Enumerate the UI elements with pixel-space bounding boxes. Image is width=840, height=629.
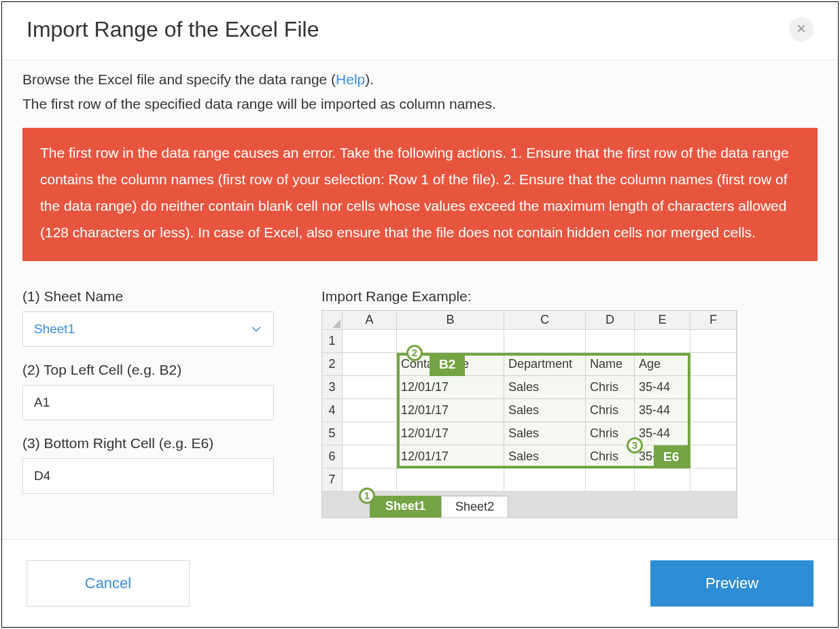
cell [504, 330, 586, 353]
cell [586, 330, 635, 353]
col-header-C: C [504, 311, 586, 330]
help-link[interactable]: Help [336, 71, 365, 87]
cell [343, 422, 397, 445]
dialog-title: Import Range of the Excel File [27, 17, 319, 42]
row-header: 6 [322, 445, 343, 469]
top-left-field: (2) Top Left Cell (e.g. B2) A1 [22, 362, 274, 420]
preview-button[interactable]: Preview [650, 560, 813, 607]
row-header: 5 [322, 422, 343, 445]
top-left-input[interactable]: A1 [22, 385, 274, 420]
cell [635, 330, 690, 353]
excel-header-row: A B C D E F [322, 311, 737, 330]
cell [343, 445, 397, 469]
cell [690, 399, 737, 422]
excel-row: 2 ContactDate Department Name Age [322, 353, 737, 376]
cell: 12/01/17 [397, 445, 504, 469]
sheet-name-select[interactable]: Sheet1 [22, 311, 274, 347]
excel-row: 6 12/01/17 Sales Chris 35-44 [322, 445, 737, 469]
cell: 35-44 [635, 399, 690, 422]
error-alert: The first row in the data range causes a… [22, 128, 818, 260]
cell: Sales [504, 422, 586, 445]
dialog-body[interactable]: Browse the Excel file and specify the da… [2, 60, 838, 539]
col-header-B: B [397, 311, 504, 330]
excel-corner [322, 311, 343, 330]
cell [690, 469, 737, 492]
row-header: 4 [322, 399, 343, 422]
cell [586, 469, 635, 492]
col-header-E: E [635, 311, 690, 330]
cell: Sales [504, 445, 586, 469]
intro-text: Browse the Excel file and specify the da… [22, 67, 818, 116]
cell [504, 469, 586, 492]
dialog-footer: Cancel Preview [2, 539, 838, 627]
cell [690, 330, 737, 353]
row-header: 1 [322, 330, 343, 353]
cell [343, 330, 397, 353]
intro-line1-pre: Browse the Excel file and specify the da… [22, 71, 336, 87]
cell [690, 445, 737, 469]
sheet-tab-2: Sheet2 [441, 496, 508, 517]
cell: Chris [586, 445, 635, 469]
cell: 35-44 [635, 376, 690, 399]
intro-line2: The first row of the specified data rang… [22, 96, 496, 112]
example-title: Import Range Example: [321, 288, 818, 305]
excel-row: 1 [322, 330, 737, 353]
row-header: 3 [322, 376, 343, 399]
cell: Chris [586, 422, 635, 445]
cell: 12/01/17 [397, 399, 504, 422]
form-column: (1) Sheet Name Sheet1 (2) Top Left Cell … [22, 288, 274, 509]
cell: Chris [586, 376, 635, 399]
cell [690, 422, 737, 445]
cell [397, 469, 504, 492]
bottom-right-input[interactable]: D4 [22, 458, 274, 494]
row-header: 7 [322, 469, 343, 492]
close-icon: × [797, 19, 806, 37]
col-header-F: F [690, 311, 737, 330]
cell: Name [586, 353, 635, 376]
excel-row: 5 12/01/17 Sales Chris 35-44 [322, 422, 737, 445]
excel-row: 4 12/01/17 Sales Chris 35-44 [322, 399, 737, 422]
cell: Chris [586, 399, 635, 422]
cell [343, 399, 397, 422]
cell [343, 376, 397, 399]
col-header-D: D [586, 311, 635, 330]
bottom-right-field: (3) Bottom Right Cell (e.g. E6) D4 [22, 435, 274, 494]
close-button[interactable]: × [789, 17, 813, 41]
top-left-value: A1 [34, 395, 50, 410]
intro-line1-post: ). [365, 71, 374, 87]
chevron-down-icon [250, 323, 262, 335]
content-row: (1) Sheet Name Sheet1 (2) Top Left Cell … [22, 288, 818, 518]
bottom-right-label: (3) Bottom Right Cell (e.g. E6) [22, 435, 274, 452]
sheet-tab-1: Sheet1 [370, 496, 441, 517]
cancel-button[interactable]: Cancel [27, 560, 190, 607]
import-range-dialog: Import Range of the Excel File × Browse … [1, 1, 839, 628]
cell [343, 469, 397, 492]
sheet-name-label: (1) Sheet Name [22, 288, 274, 305]
col-header-A: A [343, 311, 397, 330]
dialog-header: Import Range of the Excel File × [2, 2, 838, 60]
cell [397, 330, 504, 353]
cell: Age [635, 353, 690, 376]
example-column: Import Range Example: A B C D E F 1 [321, 288, 818, 518]
cell [690, 353, 737, 376]
sheet-name-value: Sheet1 [34, 322, 75, 337]
cell [343, 353, 397, 376]
cell: 35-44 [635, 422, 690, 445]
cell: 12/01/17 [397, 422, 504, 445]
cell [635, 469, 690, 492]
cell: Sales [504, 399, 586, 422]
cell: ContactDate [397, 353, 504, 376]
top-left-label: (2) Top Left Cell (e.g. B2) [22, 362, 274, 378]
cell [690, 376, 737, 399]
cell: 35-44 [635, 445, 690, 469]
row-header: 2 [322, 353, 343, 376]
excel-example: A B C D E F 1 [321, 310, 737, 518]
excel-row: 7 [322, 469, 737, 492]
excel-row: 3 12/01/17 Sales Chris 35-44 [322, 376, 737, 399]
sheet-name-field: (1) Sheet Name Sheet1 [22, 288, 274, 347]
bottom-right-value: D4 [34, 469, 50, 483]
sheet-tabs: Sheet1 Sheet2 [322, 492, 737, 517]
cell: Department [504, 353, 586, 376]
cell: 12/01/17 [397, 376, 504, 399]
cell: Sales [504, 376, 586, 399]
